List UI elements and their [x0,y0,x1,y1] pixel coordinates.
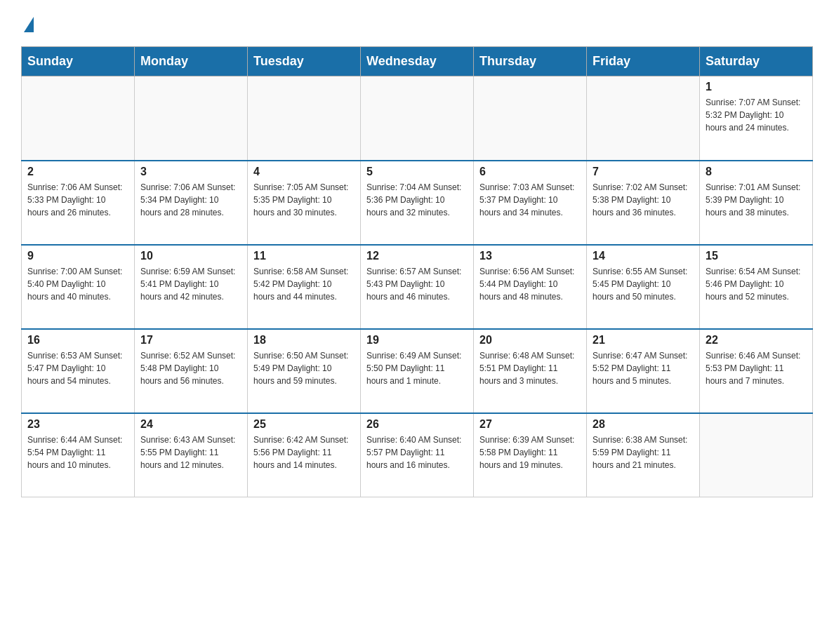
calendar-cell: 21Sunrise: 6:47 AM Sunset: 5:52 PM Dayli… [587,329,700,413]
logo [21,14,34,32]
day-number: 17 [140,334,241,347]
day-number: 13 [479,250,581,262]
day-info: Sunrise: 7:07 AM Sunset: 5:32 PM Dayligh… [706,96,807,134]
day-info: Sunrise: 6:57 AM Sunset: 5:43 PM Dayligh… [366,265,468,303]
day-number: 23 [27,418,128,431]
day-info: Sunrise: 7:06 AM Sunset: 5:34 PM Dayligh… [140,181,241,219]
calendar-cell: 26Sunrise: 6:40 AM Sunset: 5:57 PM Dayli… [361,413,474,497]
day-number: 1 [706,81,807,93]
day-number: 24 [140,418,241,431]
calendar-cell: 2Sunrise: 7:06 AM Sunset: 5:33 PM Daylig… [22,161,135,245]
day-number: 10 [140,250,241,262]
day-number: 6 [479,166,581,178]
day-number: 4 [253,166,355,178]
calendar-cell: 6Sunrise: 7:03 AM Sunset: 5:37 PM Daylig… [474,161,587,245]
calendar-cell [361,76,474,161]
day-info: Sunrise: 6:58 AM Sunset: 5:42 PM Dayligh… [253,265,355,303]
day-info: Sunrise: 6:56 AM Sunset: 5:44 PM Dayligh… [479,265,581,303]
day-number: 11 [253,250,355,262]
calendar-header-row: SundayMondayTuesdayWednesdayThursdayFrid… [22,47,813,76]
day-info: Sunrise: 6:42 AM Sunset: 5:56 PM Dayligh… [253,434,355,471]
calendar-cell: 17Sunrise: 6:52 AM Sunset: 5:48 PM Dayli… [135,329,248,413]
calendar-cell [700,413,813,497]
column-header-wednesday: Wednesday [361,47,474,76]
day-number: 15 [706,250,807,262]
day-number: 2 [27,166,128,178]
day-info: Sunrise: 7:05 AM Sunset: 5:35 PM Dayligh… [253,181,355,219]
day-number: 26 [366,418,468,431]
day-info: Sunrise: 7:00 AM Sunset: 5:40 PM Dayligh… [27,265,128,303]
calendar-cell: 19Sunrise: 6:49 AM Sunset: 5:50 PM Dayli… [361,329,474,413]
calendar-cell: 15Sunrise: 6:54 AM Sunset: 5:46 PM Dayli… [700,245,813,329]
day-number: 28 [593,418,694,431]
column-header-monday: Monday [135,47,248,76]
day-number: 27 [479,418,581,431]
calendar-cell: 11Sunrise: 6:58 AM Sunset: 5:42 PM Dayli… [248,245,361,329]
calendar-cell [474,76,587,161]
day-info: Sunrise: 6:43 AM Sunset: 5:55 PM Dayligh… [140,434,241,471]
day-number: 20 [479,334,581,347]
day-info: Sunrise: 6:46 AM Sunset: 5:53 PM Dayligh… [706,349,807,387]
day-number: 7 [593,166,694,178]
day-number: 8 [706,166,807,178]
day-info: Sunrise: 6:39 AM Sunset: 5:58 PM Dayligh… [479,434,581,471]
calendar-cell: 5Sunrise: 7:04 AM Sunset: 5:36 PM Daylig… [361,161,474,245]
day-info: Sunrise: 6:50 AM Sunset: 5:49 PM Dayligh… [253,349,355,387]
calendar-cell: 3Sunrise: 7:06 AM Sunset: 5:34 PM Daylig… [135,161,248,245]
day-number: 5 [366,166,468,178]
column-header-thursday: Thursday [474,47,587,76]
column-header-sunday: Sunday [22,47,135,76]
week-row-1: 1Sunrise: 7:07 AM Sunset: 5:32 PM Daylig… [22,76,813,161]
day-info: Sunrise: 7:04 AM Sunset: 5:36 PM Dayligh… [366,181,468,219]
calendar-cell [22,76,135,161]
calendar-cell: 28Sunrise: 6:38 AM Sunset: 5:59 PM Dayli… [587,413,700,497]
calendar-cell: 25Sunrise: 6:42 AM Sunset: 5:56 PM Dayli… [248,413,361,497]
column-header-saturday: Saturday [700,47,813,76]
day-number: 19 [366,334,468,347]
day-number: 14 [593,250,694,262]
calendar-cell: 23Sunrise: 6:44 AM Sunset: 5:54 PM Dayli… [22,413,135,497]
day-info: Sunrise: 6:52 AM Sunset: 5:48 PM Dayligh… [140,349,241,387]
day-info: Sunrise: 6:40 AM Sunset: 5:57 PM Dayligh… [366,434,468,471]
week-row-4: 16Sunrise: 6:53 AM Sunset: 5:47 PM Dayli… [22,329,813,413]
day-info: Sunrise: 6:53 AM Sunset: 5:47 PM Dayligh… [27,349,128,387]
day-number: 21 [593,334,694,347]
calendar-cell [587,76,700,161]
calendar-cell [135,76,248,161]
day-info: Sunrise: 6:38 AM Sunset: 5:59 PM Dayligh… [593,434,694,471]
day-number: 12 [366,250,468,262]
day-info: Sunrise: 7:01 AM Sunset: 5:39 PM Dayligh… [706,181,807,219]
day-info: Sunrise: 6:44 AM Sunset: 5:54 PM Dayligh… [27,434,128,471]
calendar-cell: 9Sunrise: 7:00 AM Sunset: 5:40 PM Daylig… [22,245,135,329]
day-info: Sunrise: 7:06 AM Sunset: 5:33 PM Dayligh… [27,181,128,219]
week-row-3: 9Sunrise: 7:00 AM Sunset: 5:40 PM Daylig… [22,245,813,329]
calendar-cell: 1Sunrise: 7:07 AM Sunset: 5:32 PM Daylig… [700,76,813,161]
day-info: Sunrise: 6:54 AM Sunset: 5:46 PM Dayligh… [706,265,807,303]
column-header-tuesday: Tuesday [248,47,361,76]
calendar-cell: 4Sunrise: 7:05 AM Sunset: 5:35 PM Daylig… [248,161,361,245]
calendar-cell: 18Sunrise: 6:50 AM Sunset: 5:49 PM Dayli… [248,329,361,413]
day-number: 18 [253,334,355,347]
week-row-2: 2Sunrise: 7:06 AM Sunset: 5:33 PM Daylig… [22,161,813,245]
calendar-cell [248,76,361,161]
day-info: Sunrise: 6:47 AM Sunset: 5:52 PM Dayligh… [593,349,694,387]
calendar-cell: 8Sunrise: 7:01 AM Sunset: 5:39 PM Daylig… [700,161,813,245]
calendar-cell: 20Sunrise: 6:48 AM Sunset: 5:51 PM Dayli… [474,329,587,413]
day-info: Sunrise: 6:48 AM Sunset: 5:51 PM Dayligh… [479,349,581,387]
calendar-cell: 13Sunrise: 6:56 AM Sunset: 5:44 PM Dayli… [474,245,587,329]
column-header-friday: Friday [587,47,700,76]
calendar-cell: 10Sunrise: 6:59 AM Sunset: 5:41 PM Dayli… [135,245,248,329]
calendar-cell: 16Sunrise: 6:53 AM Sunset: 5:47 PM Dayli… [22,329,135,413]
calendar-table: SundayMondayTuesdayWednesdayThursdayFrid… [21,46,813,497]
day-info: Sunrise: 6:55 AM Sunset: 5:45 PM Dayligh… [593,265,694,303]
logo-triangle-icon [24,17,34,32]
day-number: 9 [27,250,128,262]
day-info: Sunrise: 7:03 AM Sunset: 5:37 PM Dayligh… [479,181,581,219]
day-number: 25 [253,418,355,431]
day-info: Sunrise: 6:49 AM Sunset: 5:50 PM Dayligh… [366,349,468,387]
day-info: Sunrise: 7:02 AM Sunset: 5:38 PM Dayligh… [593,181,694,219]
calendar-cell: 12Sunrise: 6:57 AM Sunset: 5:43 PM Dayli… [361,245,474,329]
day-number: 16 [27,334,128,347]
calendar-cell: 27Sunrise: 6:39 AM Sunset: 5:58 PM Dayli… [474,413,587,497]
calendar-cell: 7Sunrise: 7:02 AM Sunset: 5:38 PM Daylig… [587,161,700,245]
